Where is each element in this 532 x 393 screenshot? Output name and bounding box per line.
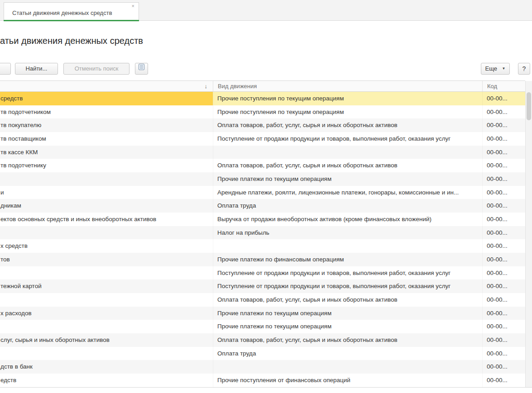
cell-code[interactable]: 00-00... <box>482 320 525 333</box>
cell-name[interactable]: ектов основных средств и иных внеоборотн… <box>0 213 213 226</box>
cancel-search-button[interactable]: Отменить поиск <box>63 63 129 75</box>
table-row[interactable]: тов Прочие платежи по финансовым операци… <box>0 253 525 266</box>
table-row[interactable]: едств Прочие поступления от финансовых о… <box>0 374 525 387</box>
cell-name[interactable] <box>0 293 213 307</box>
cell-name[interactable]: х расходов <box>0 307 213 320</box>
cell-code[interactable]: 00-00... <box>482 266 525 280</box>
cell-kind[interactable]: Прочие платежи по текущим операциям <box>213 320 482 333</box>
table-row[interactable]: слуг, сырья и иных оборотных активов Опл… <box>0 333 525 347</box>
cell-name[interactable]: тов <box>0 253 213 266</box>
tab-cash-flow-items[interactable]: Статьи движения денежных средств × <box>4 2 139 21</box>
column-header-code[interactable]: Код <box>482 81 525 91</box>
table-row[interactable]: Прочие платежи по текущим операциям 00-0… <box>0 172 525 186</box>
cell-kind[interactable]: Поступление от продажи продукции и товар… <box>213 266 482 280</box>
cell-kind[interactable]: Оплата товаров, работ, услуг, сырья и ин… <box>213 118 482 132</box>
cell-name[interactable]: и <box>0 186 213 199</box>
cell-kind[interactable]: Прочие поступления от финансовых операци… <box>213 374 482 387</box>
cell-kind[interactable]: Оплата труда <box>213 199 482 213</box>
cell-kind[interactable]: Прочие платежи по финансовым операциям <box>213 253 482 266</box>
cell-kind[interactable]: Оплата товаров, работ, услуг, сырья и ин… <box>213 159 482 172</box>
cell-code[interactable]: 00-00... <box>482 374 525 387</box>
cell-kind[interactable] <box>213 360 482 374</box>
cell-name[interactable]: средств <box>0 92 213 105</box>
table-row[interactable]: Оплата труда 00-00... <box>0 347 525 360</box>
cell-code[interactable]: 00-00... <box>482 360 525 374</box>
cell-kind[interactable]: Поступление от продажи продукции и товар… <box>213 279 482 293</box>
cell-kind[interactable] <box>213 239 482 253</box>
truncated-button[interactable] <box>0 63 11 75</box>
cell-name[interactable]: тв кассе ККМ <box>0 146 213 159</box>
table-row[interactable]: тежной картой Поступление от продажи про… <box>0 279 525 293</box>
cell-name[interactable]: тв подотчетником <box>0 105 213 119</box>
cell-kind[interactable]: Оплата товаров, работ, услуг, сырья и ин… <box>213 293 482 307</box>
cell-kind[interactable]: Выручка от продажи внеоборотных активов … <box>213 213 482 226</box>
cell-name[interactable] <box>0 172 213 186</box>
table-row[interactable]: и Арендные платежи, роялти, лицензионные… <box>0 186 525 199</box>
table-row[interactable]: дств в банк 00-00... <box>0 360 525 374</box>
cell-code[interactable]: 00-00... <box>482 347 525 360</box>
cell-code[interactable]: 00-00... <box>482 146 525 159</box>
table-row[interactable]: тв поставщиком Поступление от продажи пр… <box>0 132 525 146</box>
cell-kind[interactable]: Прочие поступления по текущим операциям <box>213 92 482 105</box>
cell-code[interactable]: 00-00... <box>482 118 525 132</box>
table-row[interactable]: х средств 00-00... <box>0 239 525 253</box>
table-row[interactable]: дникам Оплата труда 00-00... <box>0 199 525 213</box>
table-row[interactable]: Прочие платежи по текущим операциям 00-0… <box>0 320 525 333</box>
help-button[interactable]: ? <box>518 63 530 75</box>
cell-code[interactable]: 00-00... <box>482 186 525 199</box>
cell-name[interactable] <box>0 226 213 240</box>
cell-code[interactable]: 00-00... <box>482 239 525 253</box>
table-row[interactable]: х расходов Прочие платежи по текущим опе… <box>0 307 525 320</box>
table-row[interactable]: средств Прочие поступления по текущим оп… <box>0 92 525 105</box>
cell-code[interactable]: 00-00... <box>482 172 525 186</box>
cell-name[interactable] <box>0 347 213 360</box>
cell-kind[interactable] <box>213 146 482 159</box>
cell-name[interactable]: тв покупателю <box>0 118 213 132</box>
cell-kind[interactable]: Оплата труда <box>213 347 482 360</box>
table-row[interactable]: тв подотчетником Прочие поступления по т… <box>0 105 525 119</box>
table-row[interactable]: тв покупателю Оплата товаров, работ, усл… <box>0 118 525 132</box>
cell-name[interactable]: тв подотчетнику <box>0 159 213 172</box>
table-row[interactable]: Налог на прибыль 00-00... <box>0 226 525 240</box>
cell-kind[interactable]: Поступление от продажи продукции и товар… <box>213 132 482 146</box>
column-header-kind[interactable]: Вид движения <box>213 81 482 91</box>
table-row[interactable]: Оплата товаров, работ, услуг, сырья и ин… <box>0 293 525 307</box>
table-row[interactable]: ектов основных средств и иных внеоборотн… <box>0 213 525 226</box>
cell-code[interactable]: 00-00... <box>482 132 525 146</box>
cell-code[interactable]: 00-00... <box>482 226 525 240</box>
cell-code[interactable]: 00-00... <box>482 279 525 293</box>
cell-name[interactable] <box>0 266 213 280</box>
cell-code[interactable]: 00-00... <box>482 92 525 105</box>
cell-name[interactable]: х средств <box>0 239 213 253</box>
cell-code[interactable]: 00-00... <box>482 333 525 347</box>
cell-kind[interactable]: Налог на прибыль <box>213 226 482 240</box>
table-row[interactable]: тв подотчетнику Оплата товаров, работ, у… <box>0 159 525 172</box>
find-button[interactable]: Найти... <box>15 63 58 75</box>
cell-name[interactable]: тв поставщиком <box>0 132 213 146</box>
cell-kind[interactable]: Арендные платежи, роялти, лицензионные п… <box>213 186 482 199</box>
cell-name[interactable] <box>0 320 213 333</box>
cell-code[interactable]: 00-00... <box>482 307 525 320</box>
vertical-scrollbar[interactable] <box>525 81 532 387</box>
cell-kind[interactable]: Прочие платежи по текущим операциям <box>213 172 482 186</box>
scrollbar-thumb[interactable] <box>527 92 531 120</box>
list-settings-button[interactable] <box>135 63 148 75</box>
table-row[interactable]: тв кассе ККМ 00-00... <box>0 146 525 159</box>
cell-code[interactable]: 00-00... <box>482 159 525 172</box>
cell-code[interactable]: 00-00... <box>482 199 525 213</box>
cell-kind[interactable]: Оплата товаров, работ, услуг, сырья и ин… <box>213 333 482 347</box>
cell-name[interactable]: тежной картой <box>0 279 213 293</box>
cell-kind[interactable]: Прочие платежи по текущим операциям <box>213 307 482 320</box>
column-header-name[interactable]: ↓ <box>0 81 213 91</box>
table-row[interactable]: Поступление от продажи продукции и товар… <box>0 266 525 280</box>
more-button[interactable]: Еще ▼ <box>481 63 510 75</box>
close-icon[interactable]: × <box>132 3 134 9</box>
cell-code[interactable]: 00-00... <box>482 213 525 226</box>
cell-code[interactable]: 00-00... <box>482 293 525 307</box>
cell-code[interactable]: 00-00... <box>482 253 525 266</box>
cell-name[interactable]: едств <box>0 374 213 387</box>
cell-code[interactable]: 00-00... <box>482 105 525 119</box>
cell-name[interactable]: дникам <box>0 199 213 213</box>
cell-kind[interactable]: Прочие поступления по текущим операциям <box>213 105 482 119</box>
cell-name[interactable]: слуг, сырья и иных оборотных активов <box>0 333 213 347</box>
